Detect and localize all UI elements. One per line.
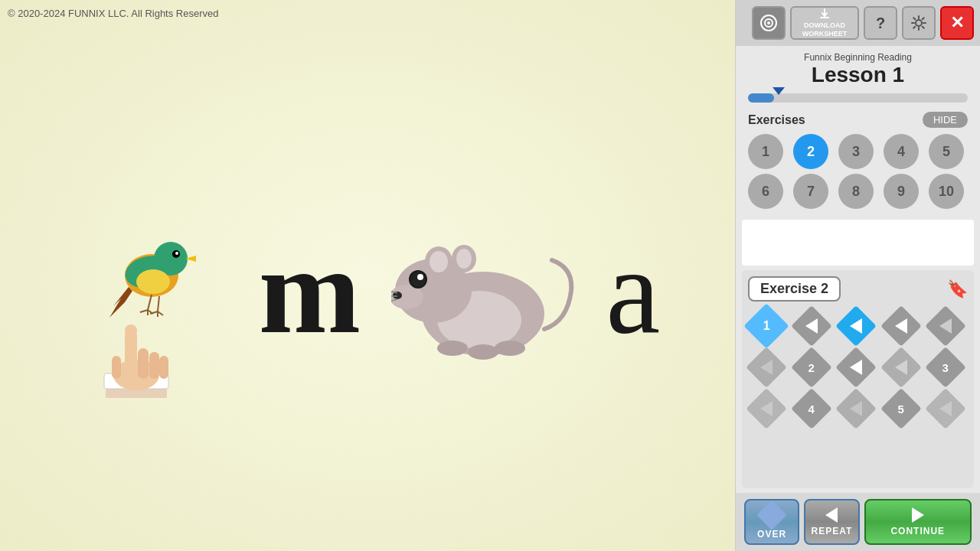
main-area: © 2020-2024 FUNNIX LLC. All Rights Reser… — [0, 0, 735, 551]
exercises-label: Exercises — [748, 113, 805, 127]
svg-point-14 — [136, 269, 170, 294]
svg-point-39 — [468, 344, 498, 360]
exercise-1-button[interactable]: 1 — [748, 134, 783, 169]
repeat-button-label: REPEAT — [811, 526, 852, 536]
svg-point-40 — [495, 341, 525, 356]
svg-rect-7 — [112, 356, 121, 379]
exercise-title-badge: Exercise 2 — [748, 276, 841, 302]
hide-button[interactable]: HIDE — [923, 112, 968, 128]
exercise-panel-header: Exercise 2 🔖 — [748, 276, 968, 302]
exercise-9-button[interactable]: 9 — [884, 174, 919, 209]
copyright-text: © 2020-2024 FUNNIX LLC. All Rights Reser… — [8, 8, 218, 19]
svg-point-29 — [410, 272, 426, 287]
arrow-grid-row1: 1 — [748, 308, 968, 344]
svg-point-13 — [175, 252, 178, 255]
over-button-label: OVER — [757, 529, 786, 540]
arrow-cell-3-2[interactable]: 4 — [793, 390, 830, 427]
svg-rect-5 — [149, 352, 159, 379]
help-button[interactable]: ? — [864, 6, 897, 40]
svg-line-17 — [140, 310, 148, 312]
exercise-10-button[interactable]: 10 — [929, 174, 964, 209]
svg-line-15 — [148, 295, 152, 310]
arrow-grid-row2: 2 3 — [748, 349, 968, 386]
arrow-cell-1-1[interactable]: 1 — [748, 308, 785, 344]
repeat-button[interactable]: REPEAT — [804, 499, 859, 545]
arrow-cell-3-4[interactable]: 5 — [883, 390, 920, 427]
arrow-cell-2-1[interactable] — [748, 349, 785, 386]
letter-a-display: a — [606, 220, 660, 362]
continue-button-label: CONTINUE — [890, 526, 945, 536]
bird-svg — [75, 184, 228, 398]
svg-point-34 — [456, 249, 472, 269]
exercise-5-button[interactable]: 5 — [929, 134, 964, 169]
arrow-cell-2-5[interactable]: 3 — [927, 349, 964, 386]
svg-line-22 — [158, 311, 163, 315]
lesson-subtitle: Funnix Beginning Reading — [748, 52, 968, 63]
arrow-cell-1-5[interactable] — [927, 308, 964, 344]
lesson-header: Funnix Beginning Reading Lesson 1 — [736, 46, 980, 90]
exercise-2-button[interactable]: 2 — [793, 134, 828, 169]
exercise-6-button[interactable]: 6 — [748, 174, 783, 209]
svg-point-45 — [916, 20, 922, 26]
progress-fill — [748, 93, 774, 103]
arrow-cell-3-3[interactable] — [838, 390, 874, 427]
svg-point-43 — [767, 21, 770, 24]
svg-line-16 — [158, 296, 159, 311]
arrow-cell-2-3[interactable] — [838, 349, 874, 386]
target-button[interactable] — [752, 6, 786, 40]
svg-rect-4 — [138, 348, 149, 379]
over-button[interactable]: OVER — [744, 499, 799, 545]
exercise-7-button[interactable]: 7 — [793, 174, 828, 209]
progress-bar-container — [736, 90, 980, 106]
arrow-cell-1-2[interactable] — [793, 308, 830, 344]
continue-button-icon — [912, 507, 924, 523]
mouse-svg — [391, 214, 575, 367]
mouse-illustration — [391, 214, 575, 367]
exercise-8-button[interactable]: 8 — [838, 174, 874, 209]
arrow-cell-3-5[interactable] — [927, 390, 964, 427]
toolbar: DOWNLOAD WORKSHEET ? ✕ — [736, 0, 980, 46]
exercises-section: Exercises HIDE 1 2 3 4 5 6 7 8 9 10 — [736, 106, 980, 220]
arrow-cell-2-2[interactable]: 2 — [793, 349, 830, 386]
over-button-icon — [756, 500, 787, 530]
letter-m-display: m — [259, 220, 361, 362]
arrow-grid-row3: 4 5 — [748, 390, 968, 427]
close-button[interactable]: ✕ — [940, 6, 974, 40]
progress-arrow — [773, 87, 785, 95]
continue-button[interactable]: CONTINUE — [864, 499, 972, 545]
bird-illustration — [75, 176, 228, 406]
white-panel — [742, 220, 974, 266]
svg-rect-44 — [820, 17, 829, 18]
arrow-cell-3-1[interactable] — [748, 390, 785, 427]
bottom-buttons: OVER REPEAT CONTINUE — [736, 493, 980, 551]
svg-point-38 — [437, 341, 468, 356]
arrow-cell-1-3[interactable] — [838, 308, 874, 344]
bookmark-icon[interactable]: 🔖 — [947, 279, 968, 299]
download-worksheet-button[interactable]: DOWNLOAD WORKSHEET — [790, 6, 859, 40]
settings-button[interactable] — [902, 6, 936, 40]
exercise-3-button[interactable]: 3 — [838, 134, 874, 169]
exercise-grid-row2: 6 7 8 9 10 — [748, 174, 968, 209]
arrow-cell-1-4[interactable] — [883, 308, 920, 344]
exercise-panel: Exercise 2 🔖 1 — [742, 270, 974, 488]
arrow-cell-2-4[interactable] — [883, 349, 920, 386]
lesson-title: Lesson 1 — [748, 63, 968, 87]
progress-bar — [748, 93, 968, 103]
svg-point-30 — [417, 274, 423, 280]
lesson-content: m — [0, 0, 735, 551]
exercises-header: Exercises HIDE — [748, 112, 968, 128]
exercise-4-button[interactable]: 4 — [884, 134, 919, 169]
exercise-grid-row1: 1 2 3 4 5 — [748, 134, 968, 169]
repeat-button-icon — [825, 507, 838, 523]
svg-rect-6 — [159, 356, 168, 379]
svg-point-8 — [125, 324, 137, 337]
sidebar: DOWNLOAD WORKSHEET ? ✕ Funnix Beginning … — [735, 0, 980, 551]
svg-point-32 — [430, 251, 448, 272]
